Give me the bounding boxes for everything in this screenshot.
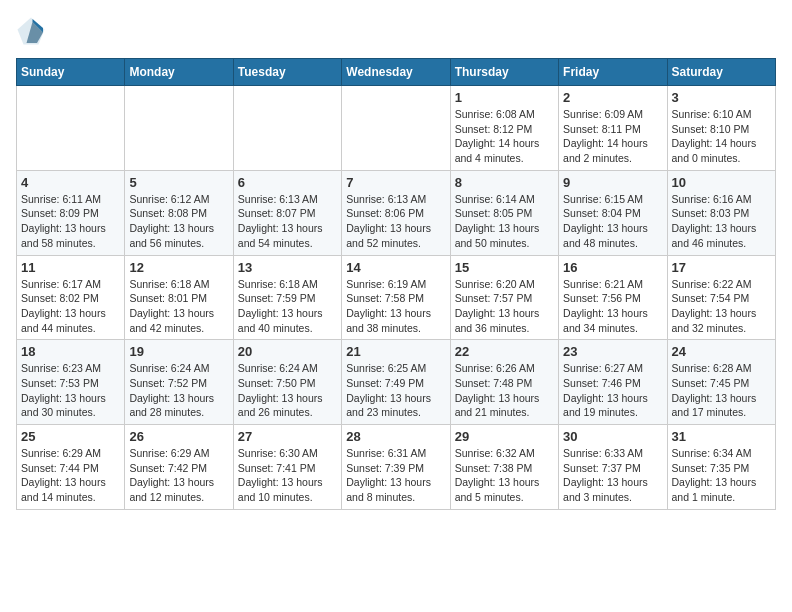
day-info: Sunrise: 6:09 AMSunset: 8:11 PMDaylight:… bbox=[563, 107, 662, 166]
day-cell: 23Sunrise: 6:27 AMSunset: 7:46 PMDayligh… bbox=[559, 340, 667, 425]
day-number: 13 bbox=[238, 260, 337, 275]
day-cell bbox=[233, 86, 341, 171]
day-cell: 10Sunrise: 6:16 AMSunset: 8:03 PMDayligh… bbox=[667, 170, 775, 255]
day-info: Sunrise: 6:13 AMSunset: 8:06 PMDaylight:… bbox=[346, 192, 445, 251]
header-cell-sunday: Sunday bbox=[17, 59, 125, 86]
day-info: Sunrise: 6:26 AMSunset: 7:48 PMDaylight:… bbox=[455, 361, 554, 420]
day-cell: 4Sunrise: 6:11 AMSunset: 8:09 PMDaylight… bbox=[17, 170, 125, 255]
day-info: Sunrise: 6:15 AMSunset: 8:04 PMDaylight:… bbox=[563, 192, 662, 251]
day-number: 1 bbox=[455, 90, 554, 105]
day-cell: 9Sunrise: 6:15 AMSunset: 8:04 PMDaylight… bbox=[559, 170, 667, 255]
day-number: 19 bbox=[129, 344, 228, 359]
week-row-4: 18Sunrise: 6:23 AMSunset: 7:53 PMDayligh… bbox=[17, 340, 776, 425]
day-cell: 6Sunrise: 6:13 AMSunset: 8:07 PMDaylight… bbox=[233, 170, 341, 255]
day-number: 27 bbox=[238, 429, 337, 444]
day-cell: 28Sunrise: 6:31 AMSunset: 7:39 PMDayligh… bbox=[342, 425, 450, 510]
day-info: Sunrise: 6:27 AMSunset: 7:46 PMDaylight:… bbox=[563, 361, 662, 420]
day-number: 18 bbox=[21, 344, 120, 359]
day-number: 17 bbox=[672, 260, 771, 275]
day-cell: 14Sunrise: 6:19 AMSunset: 7:58 PMDayligh… bbox=[342, 255, 450, 340]
header-row: SundayMondayTuesdayWednesdayThursdayFrid… bbox=[17, 59, 776, 86]
day-number: 29 bbox=[455, 429, 554, 444]
day-cell: 19Sunrise: 6:24 AMSunset: 7:52 PMDayligh… bbox=[125, 340, 233, 425]
day-cell: 5Sunrise: 6:12 AMSunset: 8:08 PMDaylight… bbox=[125, 170, 233, 255]
day-info: Sunrise: 6:13 AMSunset: 8:07 PMDaylight:… bbox=[238, 192, 337, 251]
day-cell: 12Sunrise: 6:18 AMSunset: 8:01 PMDayligh… bbox=[125, 255, 233, 340]
header-cell-thursday: Thursday bbox=[450, 59, 558, 86]
day-info: Sunrise: 6:11 AMSunset: 8:09 PMDaylight:… bbox=[21, 192, 120, 251]
day-number: 11 bbox=[21, 260, 120, 275]
calendar-header: SundayMondayTuesdayWednesdayThursdayFrid… bbox=[17, 59, 776, 86]
day-number: 20 bbox=[238, 344, 337, 359]
day-number: 5 bbox=[129, 175, 228, 190]
day-number: 24 bbox=[672, 344, 771, 359]
day-cell: 2Sunrise: 6:09 AMSunset: 8:11 PMDaylight… bbox=[559, 86, 667, 171]
header-cell-monday: Monday bbox=[125, 59, 233, 86]
day-number: 9 bbox=[563, 175, 662, 190]
day-cell: 22Sunrise: 6:26 AMSunset: 7:48 PMDayligh… bbox=[450, 340, 558, 425]
page-header bbox=[16, 16, 776, 46]
day-info: Sunrise: 6:16 AMSunset: 8:03 PMDaylight:… bbox=[672, 192, 771, 251]
day-cell: 30Sunrise: 6:33 AMSunset: 7:37 PMDayligh… bbox=[559, 425, 667, 510]
day-number: 23 bbox=[563, 344, 662, 359]
day-cell: 11Sunrise: 6:17 AMSunset: 8:02 PMDayligh… bbox=[17, 255, 125, 340]
day-cell: 20Sunrise: 6:24 AMSunset: 7:50 PMDayligh… bbox=[233, 340, 341, 425]
day-info: Sunrise: 6:17 AMSunset: 8:02 PMDaylight:… bbox=[21, 277, 120, 336]
day-cell: 7Sunrise: 6:13 AMSunset: 8:06 PMDaylight… bbox=[342, 170, 450, 255]
day-number: 8 bbox=[455, 175, 554, 190]
day-info: Sunrise: 6:24 AMSunset: 7:52 PMDaylight:… bbox=[129, 361, 228, 420]
day-number: 15 bbox=[455, 260, 554, 275]
day-cell bbox=[17, 86, 125, 171]
day-info: Sunrise: 6:12 AMSunset: 8:08 PMDaylight:… bbox=[129, 192, 228, 251]
day-number: 16 bbox=[563, 260, 662, 275]
day-number: 28 bbox=[346, 429, 445, 444]
day-cell: 26Sunrise: 6:29 AMSunset: 7:42 PMDayligh… bbox=[125, 425, 233, 510]
day-number: 3 bbox=[672, 90, 771, 105]
day-info: Sunrise: 6:30 AMSunset: 7:41 PMDaylight:… bbox=[238, 446, 337, 505]
day-cell: 13Sunrise: 6:18 AMSunset: 7:59 PMDayligh… bbox=[233, 255, 341, 340]
day-cell: 17Sunrise: 6:22 AMSunset: 7:54 PMDayligh… bbox=[667, 255, 775, 340]
day-number: 6 bbox=[238, 175, 337, 190]
day-info: Sunrise: 6:29 AMSunset: 7:42 PMDaylight:… bbox=[129, 446, 228, 505]
day-cell: 1Sunrise: 6:08 AMSunset: 8:12 PMDaylight… bbox=[450, 86, 558, 171]
day-cell: 16Sunrise: 6:21 AMSunset: 7:56 PMDayligh… bbox=[559, 255, 667, 340]
week-row-5: 25Sunrise: 6:29 AMSunset: 7:44 PMDayligh… bbox=[17, 425, 776, 510]
day-number: 30 bbox=[563, 429, 662, 444]
day-cell: 27Sunrise: 6:30 AMSunset: 7:41 PMDayligh… bbox=[233, 425, 341, 510]
day-cell: 15Sunrise: 6:20 AMSunset: 7:57 PMDayligh… bbox=[450, 255, 558, 340]
day-cell: 8Sunrise: 6:14 AMSunset: 8:05 PMDaylight… bbox=[450, 170, 558, 255]
day-info: Sunrise: 6:20 AMSunset: 7:57 PMDaylight:… bbox=[455, 277, 554, 336]
header-cell-saturday: Saturday bbox=[667, 59, 775, 86]
day-info: Sunrise: 6:25 AMSunset: 7:49 PMDaylight:… bbox=[346, 361, 445, 420]
logo bbox=[16, 16, 50, 46]
week-row-3: 11Sunrise: 6:17 AMSunset: 8:02 PMDayligh… bbox=[17, 255, 776, 340]
day-info: Sunrise: 6:24 AMSunset: 7:50 PMDaylight:… bbox=[238, 361, 337, 420]
day-cell bbox=[125, 86, 233, 171]
week-row-1: 1Sunrise: 6:08 AMSunset: 8:12 PMDaylight… bbox=[17, 86, 776, 171]
calendar-body: 1Sunrise: 6:08 AMSunset: 8:12 PMDaylight… bbox=[17, 86, 776, 510]
day-info: Sunrise: 6:23 AMSunset: 7:53 PMDaylight:… bbox=[21, 361, 120, 420]
day-cell: 3Sunrise: 6:10 AMSunset: 8:10 PMDaylight… bbox=[667, 86, 775, 171]
day-number: 22 bbox=[455, 344, 554, 359]
day-number: 7 bbox=[346, 175, 445, 190]
day-info: Sunrise: 6:31 AMSunset: 7:39 PMDaylight:… bbox=[346, 446, 445, 505]
day-info: Sunrise: 6:18 AMSunset: 7:59 PMDaylight:… bbox=[238, 277, 337, 336]
day-number: 25 bbox=[21, 429, 120, 444]
day-number: 26 bbox=[129, 429, 228, 444]
day-info: Sunrise: 6:14 AMSunset: 8:05 PMDaylight:… bbox=[455, 192, 554, 251]
day-info: Sunrise: 6:19 AMSunset: 7:58 PMDaylight:… bbox=[346, 277, 445, 336]
day-info: Sunrise: 6:08 AMSunset: 8:12 PMDaylight:… bbox=[455, 107, 554, 166]
day-info: Sunrise: 6:29 AMSunset: 7:44 PMDaylight:… bbox=[21, 446, 120, 505]
logo-icon bbox=[16, 16, 46, 46]
header-cell-wednesday: Wednesday bbox=[342, 59, 450, 86]
header-cell-tuesday: Tuesday bbox=[233, 59, 341, 86]
day-number: 12 bbox=[129, 260, 228, 275]
day-info: Sunrise: 6:28 AMSunset: 7:45 PMDaylight:… bbox=[672, 361, 771, 420]
day-cell: 21Sunrise: 6:25 AMSunset: 7:49 PMDayligh… bbox=[342, 340, 450, 425]
day-number: 10 bbox=[672, 175, 771, 190]
day-cell: 18Sunrise: 6:23 AMSunset: 7:53 PMDayligh… bbox=[17, 340, 125, 425]
day-cell: 29Sunrise: 6:32 AMSunset: 7:38 PMDayligh… bbox=[450, 425, 558, 510]
day-info: Sunrise: 6:18 AMSunset: 8:01 PMDaylight:… bbox=[129, 277, 228, 336]
day-info: Sunrise: 6:33 AMSunset: 7:37 PMDaylight:… bbox=[563, 446, 662, 505]
day-number: 21 bbox=[346, 344, 445, 359]
